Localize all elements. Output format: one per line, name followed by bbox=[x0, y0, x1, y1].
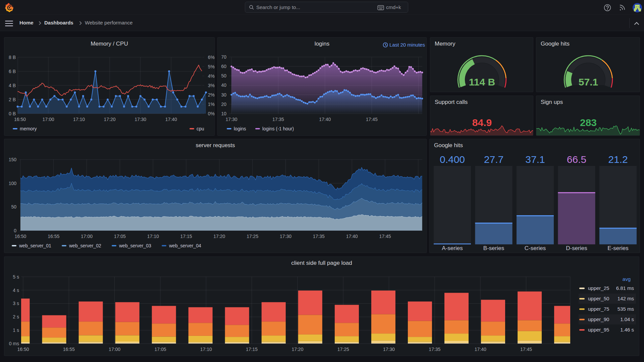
svg-text:17:35: 17:35 bbox=[429, 347, 440, 352]
svg-text:D-series: D-series bbox=[566, 245, 587, 251]
svg-text:17:10: 17:10 bbox=[200, 347, 212, 352]
svg-text:84.9: 84.9 bbox=[472, 117, 492, 128]
svg-text:17:30: 17:30 bbox=[383, 347, 395, 352]
svg-text:17:25: 17:25 bbox=[337, 347, 349, 352]
svg-text:memory: memory bbox=[20, 126, 37, 131]
svg-text:17:40: 17:40 bbox=[319, 117, 331, 122]
svg-text:web_server_04: web_server_04 bbox=[169, 243, 201, 248]
svg-text:17:05: 17:05 bbox=[154, 347, 166, 352]
svg-text:283: 283 bbox=[580, 117, 597, 128]
svg-text:16:50: 16:50 bbox=[17, 347, 29, 352]
svg-text:1.04 s: 1.04 s bbox=[620, 316, 634, 322]
svg-text:17:45: 17:45 bbox=[366, 117, 378, 122]
svg-text:5 s: 5 s bbox=[13, 274, 19, 280]
svg-text:0%: 0% bbox=[208, 111, 215, 116]
svg-text:17:10: 17:10 bbox=[147, 234, 159, 239]
svg-text:70: 70 bbox=[221, 54, 226, 60]
svg-text:17:05: 17:05 bbox=[114, 234, 126, 239]
svg-text:17:40: 17:40 bbox=[346, 234, 358, 239]
svg-text:B-series: B-series bbox=[483, 245, 504, 251]
svg-text:17:00: 17:00 bbox=[81, 234, 93, 239]
svg-text:142 ms: 142 ms bbox=[618, 296, 634, 301]
svg-text:17:10: 17:10 bbox=[73, 117, 85, 122]
svg-text:17:45: 17:45 bbox=[520, 347, 532, 352]
svg-text:6 B: 6 B bbox=[9, 69, 16, 74]
svg-text:0: 0 bbox=[14, 228, 16, 233]
svg-text:17:20: 17:20 bbox=[291, 347, 303, 352]
svg-text:4 s: 4 s bbox=[13, 288, 19, 293]
svg-text:0.400: 0.400 bbox=[440, 154, 465, 165]
svg-text:17:45: 17:45 bbox=[379, 234, 391, 239]
svg-text:avg: avg bbox=[623, 276, 631, 282]
svg-text:3%: 3% bbox=[208, 83, 215, 88]
svg-text:1.46 s: 1.46 s bbox=[620, 327, 634, 333]
svg-text:6.81 ms: 6.81 ms bbox=[616, 285, 634, 291]
svg-text:16:50: 16:50 bbox=[14, 234, 26, 239]
svg-text:cpu: cpu bbox=[197, 126, 204, 131]
svg-text:17:35: 17:35 bbox=[313, 234, 325, 239]
svg-text:A-series: A-series bbox=[442, 245, 463, 251]
svg-text:17:40: 17:40 bbox=[165, 117, 177, 122]
svg-text:1 s: 1 s bbox=[13, 327, 19, 333]
svg-text:37.1: 37.1 bbox=[525, 154, 545, 165]
svg-text:17:40: 17:40 bbox=[475, 347, 486, 352]
svg-text:17:00: 17:00 bbox=[109, 347, 120, 352]
svg-text:40: 40 bbox=[221, 82, 226, 88]
svg-text:2%: 2% bbox=[208, 92, 215, 98]
svg-text:2 B: 2 B bbox=[9, 97, 16, 102]
svg-text:logins: logins bbox=[234, 126, 246, 131]
svg-text:114 B: 114 B bbox=[469, 76, 495, 87]
svg-text:57.1: 57.1 bbox=[579, 76, 598, 87]
svg-text:3 s: 3 s bbox=[13, 301, 19, 306]
svg-text:web_server_03: web_server_03 bbox=[119, 243, 151, 248]
svg-text:16:55: 16:55 bbox=[48, 234, 59, 239]
svg-text:17:20: 17:20 bbox=[104, 117, 116, 122]
svg-text:17:20: 17:20 bbox=[213, 234, 225, 239]
svg-text:17:30: 17:30 bbox=[135, 117, 146, 122]
svg-text:logins (-1 hour): logins (-1 hour) bbox=[262, 126, 294, 131]
svg-text:17:35: 17:35 bbox=[272, 117, 284, 122]
svg-text:60: 60 bbox=[221, 64, 226, 69]
svg-text:535 ms: 535 ms bbox=[618, 306, 634, 312]
svg-text:upper_90: upper_90 bbox=[588, 316, 609, 322]
svg-text:17:15: 17:15 bbox=[180, 234, 192, 239]
svg-text:0 B: 0 B bbox=[9, 111, 16, 116]
svg-text:Last 20 minutes: Last 20 minutes bbox=[389, 42, 425, 48]
svg-text:17:30: 17:30 bbox=[225, 117, 237, 122]
svg-text:web_server_02: web_server_02 bbox=[69, 243, 101, 248]
svg-text:50: 50 bbox=[11, 204, 16, 209]
svg-text:30: 30 bbox=[221, 92, 226, 98]
svg-text:50: 50 bbox=[221, 73, 226, 78]
svg-text:100: 100 bbox=[9, 181, 17, 186]
svg-text:17:15: 17:15 bbox=[246, 347, 258, 352]
svg-text:21.2: 21.2 bbox=[608, 154, 628, 165]
svg-text:17:30: 17:30 bbox=[280, 234, 291, 239]
svg-text:4%: 4% bbox=[208, 73, 215, 79]
svg-text:1%: 1% bbox=[208, 102, 215, 107]
svg-text:20: 20 bbox=[221, 102, 226, 107]
svg-text:10: 10 bbox=[221, 111, 226, 116]
svg-text:17:25: 17:25 bbox=[247, 234, 258, 239]
svg-text:web_server_01: web_server_01 bbox=[19, 243, 51, 248]
svg-text:upper_75: upper_75 bbox=[588, 306, 609, 312]
svg-text:6%: 6% bbox=[208, 55, 215, 60]
svg-text:16:55: 16:55 bbox=[63, 347, 75, 352]
svg-text:upper_95: upper_95 bbox=[588, 327, 609, 333]
svg-text:17:00: 17:00 bbox=[42, 117, 54, 122]
svg-text:16:50: 16:50 bbox=[14, 117, 26, 122]
svg-text:8 B: 8 B bbox=[9, 55, 16, 60]
svg-text:C-series: C-series bbox=[525, 245, 546, 251]
svg-text:4 B: 4 B bbox=[9, 83, 16, 88]
svg-text:upper_25: upper_25 bbox=[588, 285, 609, 291]
svg-text:upper_50: upper_50 bbox=[588, 296, 609, 301]
svg-text:0 ms: 0 ms bbox=[9, 341, 19, 346]
svg-text:27.7: 27.7 bbox=[484, 154, 503, 165]
svg-text:150: 150 bbox=[9, 157, 17, 162]
svg-text:2 s: 2 s bbox=[13, 314, 19, 319]
svg-text:E-series: E-series bbox=[607, 245, 628, 251]
svg-text:66.5: 66.5 bbox=[567, 154, 586, 165]
svg-text:5%: 5% bbox=[208, 64, 215, 69]
